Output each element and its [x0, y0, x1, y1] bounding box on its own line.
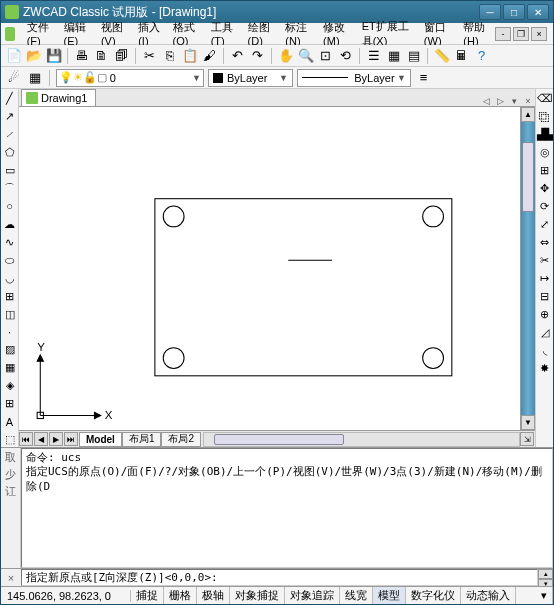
document-tab[interactable]: Drawing1: [21, 89, 96, 106]
rotate-icon[interactable]: ⟳: [537, 199, 552, 214]
break-icon[interactable]: ⊟: [537, 289, 552, 304]
linetype-dropdown[interactable]: ByLayer ▼: [297, 69, 411, 87]
offset-icon[interactable]: ◎: [537, 145, 552, 160]
layout-tab-model[interactable]: Model: [79, 432, 122, 447]
zoom-realtime-icon[interactable]: 🔍: [297, 47, 314, 64]
cut-icon[interactable]: ✂: [141, 47, 158, 64]
command-grip[interactable]: 取 少 讧: [1, 448, 21, 568]
status-osnap[interactable]: 对象捕捉: [230, 587, 285, 604]
calculator-icon[interactable]: 🖩: [453, 47, 470, 64]
copy-icon[interactable]: ⎘: [161, 47, 178, 64]
help-icon[interactable]: ?: [473, 47, 490, 64]
erase-icon[interactable]: ⌫: [537, 91, 552, 106]
copy-obj-icon[interactable]: ⿻: [537, 109, 552, 124]
line-icon[interactable]: ╱: [2, 91, 17, 106]
child-minimize-button[interactable]: -: [495, 27, 511, 41]
move-icon[interactable]: ✥: [537, 181, 552, 196]
stretch-icon[interactable]: ⇔: [537, 235, 552, 250]
layer-manager-icon[interactable]: ☄: [5, 69, 22, 86]
gradient-icon[interactable]: ▦: [2, 360, 17, 375]
command-history[interactable]: 命令: ucs 指定UCS的原点(O)/面(F)/?/对象(OB)/上一个(P)…: [21, 448, 553, 568]
tab-nav-right-icon[interactable]: ▷: [493, 96, 507, 106]
pan-icon[interactable]: ✋: [277, 47, 294, 64]
polyline-icon[interactable]: ⟋: [2, 127, 17, 142]
tab-nav-left-icon[interactable]: ◁: [479, 96, 493, 106]
publish-icon[interactable]: 🗐: [113, 47, 130, 64]
print-preview-icon[interactable]: 🗎: [93, 47, 110, 64]
spline-icon[interactable]: ∿: [2, 235, 17, 250]
status-lweight[interactable]: 线宽: [340, 587, 373, 604]
close-button[interactable]: ✕: [527, 4, 549, 20]
layout-next-icon[interactable]: ▶: [49, 432, 63, 446]
zoom-prev-icon[interactable]: ⟲: [337, 47, 354, 64]
redo-icon[interactable]: ↷: [249, 47, 266, 64]
layout-tab-2[interactable]: 布局2: [161, 432, 201, 447]
status-model[interactable]: 模型: [373, 587, 406, 604]
fillet-icon[interactable]: ◟: [537, 343, 552, 358]
array-icon[interactable]: ⊞: [537, 163, 552, 178]
revcloud-icon[interactable]: ☁: [2, 217, 17, 232]
command-input[interactable]: [21, 569, 538, 586]
cmd-scroll-up-icon[interactable]: ▴: [538, 569, 553, 579]
insert-block-icon[interactable]: ⊞: [2, 289, 17, 304]
paste-icon[interactable]: 📋: [181, 47, 198, 64]
zoom-window-icon[interactable]: ⊡: [317, 47, 334, 64]
command-close-icon[interactable]: ×: [1, 569, 21, 586]
status-otrack[interactable]: 对象追踪: [285, 587, 340, 604]
scale-icon[interactable]: ⤢: [537, 217, 552, 232]
status-chevron-icon[interactable]: ▾: [536, 587, 553, 604]
match-icon[interactable]: 🖌: [201, 47, 218, 64]
status-snap[interactable]: 捕捉: [131, 587, 164, 604]
scroll-thumb[interactable]: [522, 142, 534, 212]
layout-prev-icon[interactable]: ◀: [34, 432, 48, 446]
trim-icon[interactable]: ✂: [537, 253, 552, 268]
design-center-icon[interactable]: ▦: [385, 47, 402, 64]
status-polar[interactable]: 极轴: [197, 587, 230, 604]
scroll-up-icon[interactable]: ▲: [521, 107, 535, 122]
new-icon[interactable]: 📄: [5, 47, 22, 64]
vertical-scrollbar[interactable]: ▲ ▼: [520, 107, 535, 430]
save-icon[interactable]: 💾: [45, 47, 62, 64]
layout-tab-1[interactable]: 布局1: [122, 432, 162, 447]
status-dyn[interactable]: 动态输入: [461, 587, 516, 604]
ellipse-icon[interactable]: ⬭: [2, 253, 17, 268]
make-block-icon[interactable]: ◫: [2, 307, 17, 322]
child-restore-button[interactable]: ❐: [513, 27, 529, 41]
color-dropdown[interactable]: ByLayer ▼: [208, 69, 293, 87]
mtext-icon[interactable]: A: [2, 414, 17, 429]
extend-icon[interactable]: ↦: [537, 271, 552, 286]
layout-nav-icon[interactable]: ⇲: [520, 432, 534, 446]
point-icon[interactable]: ·: [2, 325, 17, 340]
table-icon[interactable]: ⊞: [2, 396, 17, 411]
drawing-canvas[interactable]: X Y: [19, 107, 520, 430]
hscroll-thumb[interactable]: [214, 434, 344, 445]
tool-palettes-icon[interactable]: ▤: [405, 47, 422, 64]
child-close-button[interactable]: ×: [531, 27, 547, 41]
xline-icon[interactable]: ↗: [2, 109, 17, 124]
print-icon[interactable]: 🖶: [73, 47, 90, 64]
join-icon[interactable]: ⊕: [537, 307, 552, 322]
tab-close-icon[interactable]: ×: [521, 96, 535, 106]
explode-icon[interactable]: ✸: [537, 361, 552, 376]
status-grid[interactable]: 栅格: [164, 587, 197, 604]
distance-icon[interactable]: 📏: [433, 47, 450, 64]
layout-first-icon[interactable]: ⏮: [19, 432, 33, 446]
properties-icon[interactable]: ☰: [365, 47, 382, 64]
mirror-icon[interactable]: ▟▙: [537, 127, 552, 142]
hatch-icon[interactable]: ▨: [2, 342, 17, 357]
polygon-icon[interactable]: ⬠: [2, 145, 17, 160]
ellipse-arc-icon[interactable]: ◡: [2, 271, 17, 286]
open-icon[interactable]: 📂: [25, 47, 42, 64]
circle-icon[interactable]: ○: [2, 199, 17, 214]
scroll-down-icon[interactable]: ▼: [521, 415, 535, 430]
maximize-button[interactable]: □: [503, 4, 525, 20]
layer-dropdown[interactable]: 💡☀🔓▢ 0 ▼: [56, 69, 204, 87]
undo-icon[interactable]: ↶: [229, 47, 246, 64]
lineweight-icon[interactable]: ≡: [415, 69, 432, 86]
rectangle-icon[interactable]: ▭: [2, 163, 17, 178]
layout-last-icon[interactable]: ⏭: [64, 432, 78, 446]
arc-icon[interactable]: ⌒: [2, 181, 17, 196]
horizontal-scrollbar[interactable]: [203, 432, 520, 447]
wipeout-icon[interactable]: ⬚: [2, 432, 17, 447]
region-icon[interactable]: ◈: [2, 378, 17, 393]
